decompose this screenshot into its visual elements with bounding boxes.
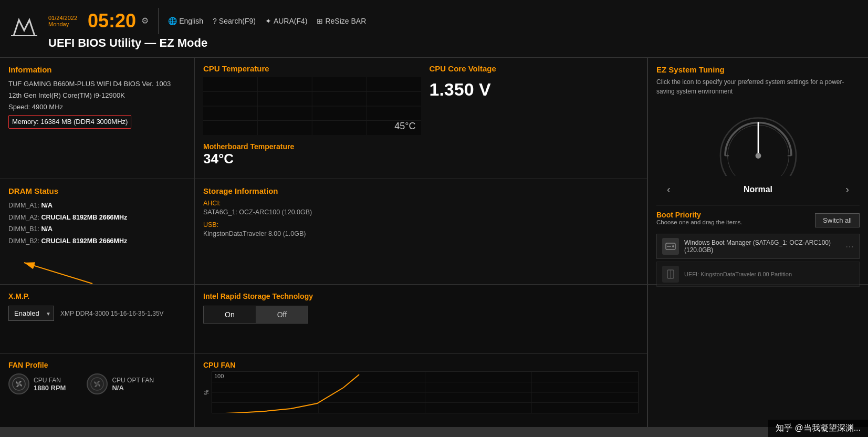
temp-volt-panel: CPU Temperature 45°C CPU Core	[195, 58, 647, 179]
bios-title: UEFI BIOS Utility — EZ Mode	[48, 36, 207, 49]
xmp-controls: Disabled Enabled XMP DDR4-3000 15-16-16-…	[8, 306, 186, 321]
aura-label: AURA(F4)	[274, 17, 308, 25]
language-nav[interactable]: 🌐 English	[168, 17, 203, 25]
ez-tuning-title: EZ System Tuning	[656, 65, 860, 74]
xmp-profile: XMP DDR4-3000 15-16-16-35-1.35V	[60, 310, 164, 317]
gauge-nav: ‹ Normal ›	[656, 181, 860, 197]
info-speed: Speed: 4900 MHz	[8, 101, 186, 113]
cpu-fan-icon	[8, 373, 29, 394]
settings-icon[interactable]: ⚙	[141, 16, 149, 26]
temp-chart-svg	[203, 77, 421, 135]
svg-point-13	[672, 245, 674, 247]
date-display: 01/24/2022	[48, 15, 77, 21]
cpu-temp-title: CPU Temperature	[203, 64, 421, 73]
info-cpu: 12th Gen Intel(R) Core(TM) i9-12900K	[8, 90, 186, 101]
rst-toggle-row: On Off	[203, 306, 639, 324]
gauge-container	[656, 102, 860, 176]
svg-point-9	[755, 153, 761, 159]
cpu-fan-chart-panel: CPU FAN % 100	[195, 353, 647, 427]
rst-on-button[interactable]: On	[203, 306, 256, 324]
storage-title: Storage Information	[203, 186, 639, 195]
fan-profile-title: FAN Profile	[8, 361, 186, 369]
aura-nav[interactable]: ✦ AURA(F4)	[265, 17, 308, 25]
resize-icon: ⊞	[317, 17, 323, 25]
cpu-temp-chart: 45°C	[203, 77, 421, 135]
storage-usb-item: KingstonDataTraveler 8.00 (1.0GB)	[203, 228, 639, 240]
info-title: Information	[8, 65, 186, 74]
fan-opt-rpm: N/A	[112, 384, 154, 392]
fan-profile-panel: FAN Profile CPU FAN	[0, 353, 194, 427]
fan-item-opt: CPU OPT FAN N/A	[87, 373, 154, 394]
storage-ahci-item: SATA6G_1: OCZ-ARC100 (120.0GB)	[203, 207, 639, 218]
boot-priority-desc: Choose one and drag the items.	[656, 219, 742, 225]
ez-tuning-desc: Click the icon to specify your preferred…	[656, 77, 860, 96]
resize-label: ReSize BAR	[325, 17, 366, 25]
fan-cpu-info: CPU FAN 1880 RPM	[34, 377, 66, 392]
gauge-mode-label: Normal	[744, 185, 772, 194]
boot-priority-title: Boot Priority	[656, 211, 742, 219]
datetime-block: 01/24/2022 Monday	[48, 15, 77, 27]
xmp-select[interactable]: Disabled Enabled	[8, 306, 54, 321]
fan-items: CPU FAN 1880 RPM	[8, 373, 186, 394]
search-nav[interactable]: ? Search(F9)	[213, 17, 256, 25]
cpu-fan-title: CPU FAN	[203, 361, 639, 369]
mb-temp-value: 34°C	[203, 151, 639, 167]
fan-opt-name: CPU OPT FAN	[112, 377, 154, 384]
ez-tuning-panel: EZ System Tuning Click the icon to speci…	[647, 58, 868, 284]
globe-icon: 🌐	[168, 17, 177, 25]
watermark: 知乎 @当我凝望深渊...	[768, 420, 868, 437]
xmp-select-wrapper[interactable]: Disabled Enabled	[8, 306, 54, 321]
dram-b2-value: CRUCIAL 8192MB 2666MHz	[41, 237, 128, 245]
svg-point-22	[96, 382, 99, 386]
rst-title: Intel Rapid Storage Technology	[203, 292, 639, 300]
dram-a2-label: DIMM_A2:	[8, 214, 41, 221]
hdd-icon	[664, 240, 677, 253]
mb-temp-section: Motherboard Temperature 34°C	[203, 137, 639, 172]
boot-item-1[interactable]: Windows Boot Manager (SATA6G_1: OCZ-ARC1…	[656, 234, 860, 259]
chart-y-label: %	[203, 371, 210, 413]
language-label: English	[179, 17, 203, 25]
mb-temp-title: Motherboard Temperature	[203, 142, 639, 151]
dram-title: DRAM Status	[8, 186, 186, 195]
dram-a1-label: DIMM_A1:	[8, 202, 41, 209]
dram-dimm-a1: DIMM_A1: N/A	[8, 200, 186, 212]
storage-usb-label: USB:	[203, 221, 639, 228]
boot-item-2-icon	[662, 266, 679, 283]
rst-off-button[interactable]: Off	[256, 306, 308, 324]
dram-panel: DRAM Status DIMM_A1: N/A DIMM_A2: CRUCIA…	[0, 179, 194, 284]
rst-panel: Intel Rapid Storage Technology On Off	[195, 285, 647, 353]
cpu-volt-section: CPU Core Voltage 1.350 V	[421, 64, 639, 137]
aura-icon: ✦	[265, 17, 271, 25]
boot-item-1-menu[interactable]: ⋯	[845, 242, 854, 252]
boot-priority-header: Boot Priority Choose one and drag the it…	[656, 211, 860, 230]
search-icon: ?	[213, 17, 217, 25]
resize-bar-nav[interactable]: ⊞ ReSize BAR	[317, 17, 366, 25]
dram-dimm-b2: DIMM_B2: CRUCIAL 8192MB 2666MHz	[8, 235, 186, 247]
dram-b2-label: DIMM_B2:	[8, 237, 41, 245]
boot-item-1-icon	[662, 238, 679, 255]
header-nav: 🌐 English ? Search(F9) ✦ AURA(F4) ⊞ ReSi…	[168, 17, 366, 25]
arrow-svg	[8, 257, 113, 289]
gauge-svg[interactable]	[711, 102, 806, 176]
xmp-title: X.M.P.	[8, 292, 186, 300]
gauge-prev-button[interactable]: ‹	[662, 181, 676, 197]
header-bar: 01/24/2022 Monday 05:20 ⚙ 🌐 English ? Se…	[0, 0, 868, 58]
cpu-volt-value: 1.350 V	[430, 79, 639, 100]
cpu-fan-chart: 100	[212, 371, 639, 413]
switch-all-button[interactable]: Switch all	[815, 213, 860, 227]
chart-y-label-text: %	[203, 390, 210, 395]
cpu-opt-fan-icon	[87, 373, 108, 394]
cpu-fan-chart-area: % 100	[203, 371, 639, 413]
day-display: Monday	[48, 21, 77, 27]
boot-item-1-text: Windows Boot Manager (SATA6G_1: OCZ-ARC1…	[684, 239, 840, 254]
usb-icon	[664, 268, 677, 280]
fan-opt-info: CPU OPT FAN N/A	[112, 377, 154, 392]
fan-svg	[12, 377, 26, 391]
dram-a2-value: CRUCIAL 8192MB 2666MHz	[41, 214, 128, 221]
gauge-next-button[interactable]: ›	[840, 181, 854, 197]
header-left: 01/24/2022 Monday 05:20 ⚙ 🌐 English ? Se…	[48, 8, 366, 50]
boot-priority-section: Boot Priority Choose one and drag the it…	[656, 205, 860, 289]
boot-item-2[interactable]: UEFI: KingstonDataTraveler 8.00 Partitio…	[656, 262, 860, 287]
fan-opt-svg	[90, 377, 104, 391]
dram-dimm-a2: DIMM_A2: CRUCIAL 8192MB 2666MHz	[8, 212, 186, 224]
